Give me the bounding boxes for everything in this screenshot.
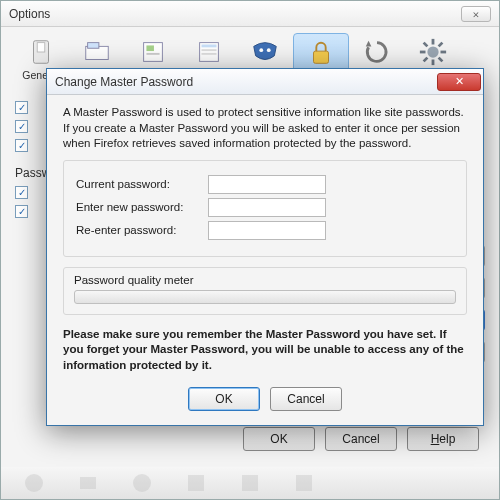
applications-icon — [192, 37, 226, 67]
svg-rect-1 — [37, 43, 45, 52]
password-meter-label: Password quality meter — [74, 274, 456, 286]
svg-rect-9 — [202, 49, 217, 51]
options-cancel-button[interactable]: Cancel — [325, 427, 397, 451]
svg-rect-27 — [188, 475, 204, 491]
content-icon — [136, 37, 170, 67]
field-row-current: Current password: — [76, 175, 454, 194]
svg-point-15 — [427, 46, 438, 57]
taskbar — [1, 467, 499, 499]
svg-line-22 — [424, 58, 428, 62]
mask-icon — [248, 37, 282, 67]
svg-rect-3 — [88, 43, 99, 49]
svg-rect-13 — [314, 51, 329, 63]
dialog-titlebar: Change Master Password ✕ — [47, 69, 483, 95]
lock-icon — [304, 38, 338, 68]
checkbox[interactable]: ✓ — [15, 205, 28, 218]
taskbar-icon — [237, 471, 263, 495]
field-row-new: Enter new password: — [76, 198, 454, 217]
gear-icon — [416, 37, 450, 67]
checkbox[interactable]: ✓ — [15, 186, 28, 199]
svg-rect-25 — [80, 477, 96, 489]
dialog-cancel-button[interactable]: Cancel — [270, 387, 342, 411]
taskbar-icon — [129, 471, 155, 495]
new-password-label: Enter new password: — [76, 201, 208, 213]
svg-rect-29 — [296, 475, 312, 491]
dialog-buttons: OK Cancel — [63, 387, 467, 411]
dialog-body: A Master Password is used to protect sen… — [47, 95, 483, 425]
field-row-reenter: Re-enter password: — [76, 221, 454, 240]
options-help-button[interactable]: Help — [407, 427, 479, 451]
reenter-password-input[interactable] — [208, 221, 326, 240]
svg-line-21 — [439, 58, 443, 62]
help-mnemonic: H — [431, 432, 440, 446]
options-ok-button[interactable]: OK — [243, 427, 315, 451]
dialog-warning-text: Please make sure you remember the Master… — [63, 327, 467, 374]
svg-rect-8 — [202, 45, 217, 48]
close-icon: ✕ — [455, 75, 464, 88]
checkbox[interactable]: ✓ — [15, 101, 28, 114]
svg-line-23 — [439, 43, 443, 47]
password-meter-group: Password quality meter — [63, 267, 467, 315]
window-close-button[interactable]: ⨉ — [461, 6, 491, 22]
change-master-password-dialog: Change Master Password ✕ A Master Passwo… — [46, 68, 484, 426]
svg-rect-6 — [146, 53, 159, 55]
options-footer-buttons: OK Cancel Help — [243, 427, 479, 451]
sync-icon — [360, 37, 394, 67]
svg-rect-10 — [202, 53, 217, 55]
new-password-input[interactable] — [208, 198, 326, 217]
svg-rect-5 — [146, 45, 154, 51]
dialog-close-button[interactable]: ✕ — [437, 73, 481, 91]
checkbox[interactable]: ✓ — [15, 139, 28, 152]
taskbar-icon — [75, 471, 101, 495]
svg-marker-14 — [366, 41, 372, 47]
taskbar-icon — [291, 471, 317, 495]
switch-icon — [24, 37, 58, 67]
taskbar-icon — [183, 471, 209, 495]
dialog-description: A Master Password is used to protect sen… — [63, 105, 467, 152]
options-title: Options — [9, 7, 457, 21]
current-password-input[interactable] — [208, 175, 326, 194]
dialog-ok-button[interactable]: OK — [188, 387, 260, 411]
tabs-icon — [80, 37, 114, 67]
reenter-password-label: Re-enter password: — [76, 224, 208, 236]
options-titlebar: Options ⨉ — [1, 1, 499, 27]
current-password-label: Current password: — [76, 178, 208, 190]
password-fields-group: Current password: Enter new password: Re… — [63, 160, 467, 257]
svg-point-24 — [25, 474, 43, 492]
svg-point-12 — [267, 48, 271, 52]
svg-point-26 — [133, 474, 151, 492]
password-meter-bar — [74, 290, 456, 304]
dialog-title: Change Master Password — [55, 75, 437, 89]
taskbar-icon — [21, 471, 47, 495]
svg-rect-28 — [242, 475, 258, 491]
checkbox[interactable]: ✓ — [15, 120, 28, 133]
svg-line-20 — [424, 43, 428, 47]
close-glyph: ⨉ — [473, 8, 479, 20]
svg-point-11 — [259, 48, 263, 52]
